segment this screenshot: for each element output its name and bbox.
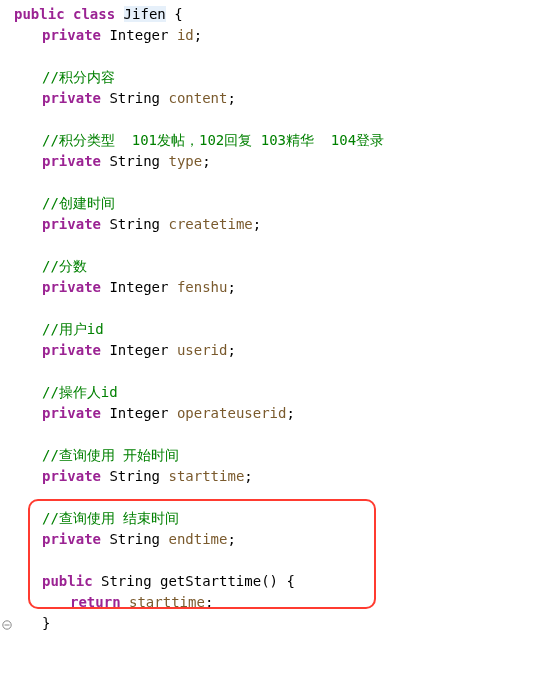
code-line: public String getStarttime() { bbox=[14, 571, 544, 592]
type: Integer bbox=[101, 279, 177, 295]
brace: { bbox=[166, 6, 183, 22]
comment-line: //查询使用 结束时间 bbox=[14, 508, 544, 529]
keyword: private bbox=[42, 468, 101, 484]
keyword: public bbox=[14, 6, 65, 22]
code-line: private String starttime; bbox=[14, 466, 544, 487]
identifier: starttime bbox=[168, 468, 244, 484]
identifier: createtime bbox=[168, 216, 252, 232]
blank-line bbox=[14, 298, 544, 319]
type: String bbox=[101, 216, 168, 232]
semi: ; bbox=[286, 405, 294, 421]
semi: ; bbox=[205, 594, 213, 610]
keyword: private bbox=[42, 405, 101, 421]
semi: ; bbox=[227, 90, 235, 106]
comment-line: //查询使用 开始时间 bbox=[14, 445, 544, 466]
keyword: private bbox=[42, 279, 101, 295]
comment-line: //创建时间 bbox=[14, 193, 544, 214]
comment: //积分类型 101发帖，102回复 103精华 104登录 bbox=[42, 132, 384, 148]
identifier: fenshu bbox=[177, 279, 228, 295]
blank-line bbox=[14, 424, 544, 445]
code-line: private Integer operateuserid; bbox=[14, 403, 544, 424]
keyword: return bbox=[70, 594, 121, 610]
method-sig: getStarttime() { bbox=[160, 573, 295, 589]
code-line: return starttime; bbox=[14, 592, 544, 613]
semi: ; bbox=[202, 153, 210, 169]
comment-line: //积分类型 101发帖，102回复 103精华 104登录 bbox=[14, 130, 544, 151]
code-line: private Integer userid; bbox=[14, 340, 544, 361]
keyword: private bbox=[42, 342, 101, 358]
class-name: Jifen bbox=[124, 6, 166, 22]
semi: ; bbox=[227, 279, 235, 295]
code-line: private String content; bbox=[14, 88, 544, 109]
identifier: operateuserid bbox=[177, 405, 287, 421]
blank-line bbox=[14, 172, 544, 193]
keyword: private bbox=[42, 90, 101, 106]
comment-line: //积分内容 bbox=[14, 67, 544, 88]
identifier: starttime bbox=[121, 594, 205, 610]
blank-line bbox=[14, 109, 544, 130]
comment-line: //用户id bbox=[14, 319, 544, 340]
comment: //查询使用 开始时间 bbox=[42, 447, 179, 463]
comment-line: //分数 bbox=[14, 256, 544, 277]
code-line: } bbox=[14, 613, 544, 634]
semi: ; bbox=[194, 27, 202, 43]
blank-line bbox=[14, 361, 544, 382]
comment: //分数 bbox=[42, 258, 87, 274]
keyword: private bbox=[42, 216, 101, 232]
keyword: private bbox=[42, 531, 101, 547]
code-line: private Integer fenshu; bbox=[14, 277, 544, 298]
keyword: private bbox=[42, 27, 101, 43]
blank-line bbox=[14, 46, 544, 67]
blank-line bbox=[14, 550, 544, 571]
comment: //创建时间 bbox=[42, 195, 115, 211]
semi: ; bbox=[253, 216, 261, 232]
code-editor: public class Jifen { private Integer id;… bbox=[0, 0, 544, 638]
type: String bbox=[101, 468, 168, 484]
collapse-icon[interactable] bbox=[2, 620, 12, 630]
code-line: private String type; bbox=[14, 151, 544, 172]
comment: //积分内容 bbox=[42, 69, 115, 85]
identifier: id bbox=[177, 27, 194, 43]
code-line: private String createtime; bbox=[14, 214, 544, 235]
type: Integer bbox=[101, 405, 177, 421]
code-line: private Integer id; bbox=[14, 25, 544, 46]
type: Integer bbox=[101, 342, 177, 358]
keyword: class bbox=[73, 6, 115, 22]
code-line: public class Jifen { bbox=[14, 4, 544, 25]
type: String bbox=[93, 573, 160, 589]
type: Integer bbox=[101, 27, 177, 43]
semi: ; bbox=[244, 468, 252, 484]
identifier: endtime bbox=[168, 531, 227, 547]
code-line: private String endtime; bbox=[14, 529, 544, 550]
comment: //用户id bbox=[42, 321, 104, 337]
comment: //操作人id bbox=[42, 384, 118, 400]
blank-line bbox=[14, 487, 544, 508]
comment: //查询使用 结束时间 bbox=[42, 510, 179, 526]
type: String bbox=[101, 153, 168, 169]
keyword: private bbox=[42, 153, 101, 169]
semi: ; bbox=[227, 342, 235, 358]
type: String bbox=[101, 90, 168, 106]
type: String bbox=[101, 531, 168, 547]
identifier: type bbox=[168, 153, 202, 169]
keyword: public bbox=[42, 573, 93, 589]
comment-line: //操作人id bbox=[14, 382, 544, 403]
brace: } bbox=[42, 615, 50, 631]
blank-line bbox=[14, 235, 544, 256]
identifier: userid bbox=[177, 342, 228, 358]
identifier: content bbox=[168, 90, 227, 106]
semi: ; bbox=[227, 531, 235, 547]
